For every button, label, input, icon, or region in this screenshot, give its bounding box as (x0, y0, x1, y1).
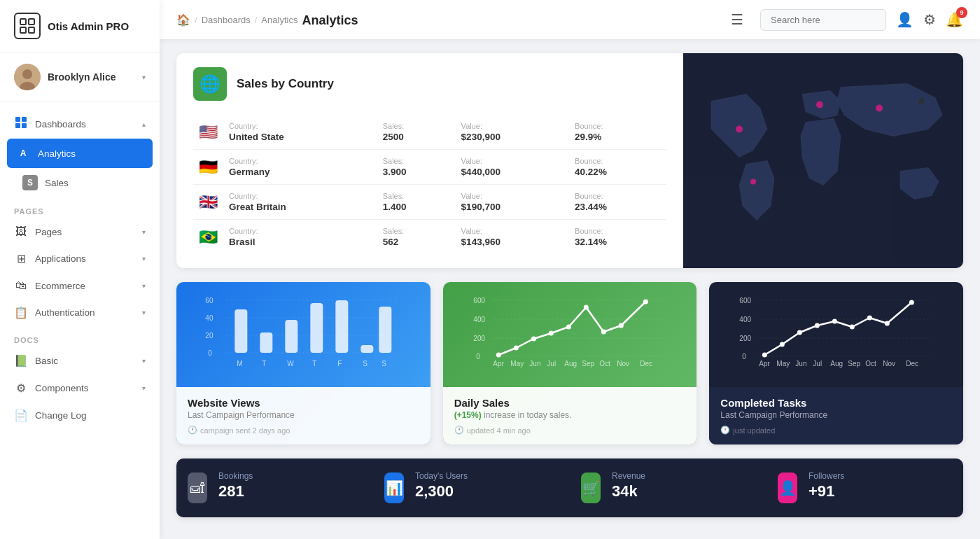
svg-text:Oct: Oct (866, 360, 877, 368)
notification-icon[interactable]: 🔔 9 (946, 11, 963, 28)
ecommerce-label: Ecommerce (35, 281, 85, 291)
user-icon[interactable]: 👤 (896, 11, 913, 28)
components-chevron-icon: ▾ (142, 384, 146, 392)
daily-sales-subtitle: (+15%) increase in today sales. (454, 410, 686, 420)
sidebar-item-ecommerce[interactable]: 🛍 Ecommerce ▾ (0, 272, 160, 299)
svg-text:Dec: Dec (640, 360, 652, 368)
country-cell: Country:United State (223, 115, 377, 150)
svg-point-15 (918, 99, 924, 104)
bounce-cell: Bounce:40.22% (569, 150, 666, 185)
applications-chevron-icon: ▾ (142, 255, 146, 262)
sales-by-country-card: 🌐 Sales by Country 🇺🇸 Country:United Sta… (176, 53, 963, 268)
svg-text:0: 0 (208, 349, 212, 357)
svg-text:200: 200 (740, 335, 752, 342)
daily-sales-meta: 🕐 updated 4 min ago (454, 426, 686, 435)
svg-text:60: 60 (205, 297, 214, 304)
svg-point-49 (531, 337, 536, 342)
basic-icon: 📗 (14, 354, 28, 368)
svg-text:20: 20 (205, 332, 214, 340)
svg-text:T: T (262, 360, 266, 368)
profile-area[interactable]: Brooklyn Alice ▾ (0, 52, 160, 102)
stat-data-cell: Bookings281 (218, 458, 373, 517)
flag-cell: 🇬🇧 (193, 185, 223, 220)
breadcrumb-analytics: Analytics (261, 15, 298, 25)
app-name: Otis Admin PRO (48, 20, 129, 32)
website-views-title: Website Views (188, 397, 419, 409)
map-side (683, 53, 963, 268)
svg-text:Jun: Jun (529, 360, 540, 368)
sidebar-item-applications[interactable]: ⊞ Applications ▾ (0, 245, 160, 272)
website-views-subtitle: Last Campaign Performance (188, 410, 419, 420)
changelog-icon: 📄 (14, 409, 28, 422)
authentication-icon: 📋 (14, 306, 28, 319)
bounce-cell: Bounce:23.44% (569, 185, 666, 220)
pages-label: Pages (35, 227, 62, 237)
sidebar-item-analytics[interactable]: A Analytics (7, 139, 153, 168)
stat-label: Today's Users (415, 471, 563, 481)
breadcrumb-dashboards: Dashboards (202, 15, 251, 25)
svg-point-77 (832, 319, 837, 324)
svg-point-76 (815, 323, 820, 328)
svg-text:Nov: Nov (617, 360, 629, 368)
dashboards-label: Dashboards (35, 119, 86, 130)
logo-icon (14, 13, 41, 39)
dashboards-chevron-icon: ▴ (142, 120, 146, 128)
pages-chevron-icon: ▾ (142, 228, 146, 236)
svg-text:Sep: Sep (582, 360, 594, 368)
svg-point-47 (496, 353, 500, 358)
sidebar-item-authentication[interactable]: 📋 Authentication ▾ (0, 299, 160, 326)
clock-icon-3: 🕐 (720, 426, 730, 435)
sales-cell: Sales:1.400 (377, 185, 456, 220)
stats-row: 🛋Bookings281📊Today's Users2,300🛒Revenue3… (176, 458, 963, 517)
settings-icon[interactable]: ⚙ (923, 11, 936, 28)
search-input[interactable] (760, 9, 886, 31)
svg-text:Apr: Apr (493, 360, 504, 368)
svg-text:May: May (777, 360, 790, 368)
svg-text:0: 0 (476, 353, 480, 360)
svg-rect-3 (29, 27, 34, 33)
svg-text:Aug: Aug (564, 360, 577, 368)
clock-icon-2: 🕐 (454, 426, 464, 435)
applications-label: Applications (35, 253, 86, 264)
svg-rect-25 (234, 309, 247, 353)
ecommerce-chevron-icon: ▾ (142, 282, 146, 290)
notification-badge: 9 (956, 7, 967, 18)
avatar (14, 64, 41, 90)
stat-value: 281 (218, 482, 366, 500)
daily-sales-info: Daily Sales (+15%) increase in today sal… (443, 387, 697, 444)
sidebar-item-pages[interactable]: 🖼 Pages ▾ (0, 218, 160, 245)
sidebar-item-dashboards[interactable]: Dashboards ▴ (0, 109, 160, 139)
website-views-info: Website Views Last Campaign Performance … (176, 387, 430, 444)
sidebar-item-basic[interactable]: 📗 Basic ▾ (0, 347, 160, 374)
value-cell: Value:$440,000 (456, 150, 569, 185)
logo-area: Otis Admin PRO (0, 0, 160, 52)
sidebar-nav: Dashboards ▴ A Analytics S Sales PAGES 🖼… (0, 102, 160, 539)
country-cell: Country:Great Britain (223, 185, 377, 220)
sales-card-header: 🌐 Sales by Country (193, 67, 666, 101)
svg-point-48 (513, 346, 518, 351)
sidebar-item-sales[interactable]: S Sales (0, 168, 160, 197)
completed-tasks-title: Completed Tasks (720, 397, 952, 409)
sidebar: Otis Admin PRO Brooklyn Alice ▾ (0, 0, 160, 539)
bounce-cell: Bounce:29.9% (569, 115, 666, 150)
sidebar-item-changelog[interactable]: 📄 Change Log (0, 402, 160, 429)
sales-badge: S (22, 175, 38, 190)
stat-label: Bookings (218, 471, 366, 481)
svg-point-13 (816, 102, 823, 108)
globe-icon: 🌐 (193, 67, 227, 101)
svg-rect-0 (20, 19, 26, 24)
stat-icon-cell: 📊 (373, 458, 415, 517)
authentication-chevron-icon: ▾ (142, 309, 146, 316)
sidebar-item-components[interactable]: ⚙ Components ▾ (0, 374, 160, 402)
svg-rect-8 (22, 117, 27, 122)
changelog-label: Change Log (35, 410, 87, 421)
svg-point-54 (618, 323, 623, 328)
svg-text:Aug: Aug (831, 360, 844, 368)
svg-text:Jul: Jul (547, 360, 556, 368)
completed-tasks-info: Completed Tasks Last Campaign Performanc… (709, 387, 963, 444)
svg-point-51 (566, 325, 570, 330)
svg-point-81 (909, 300, 914, 305)
hamburger-button[interactable]: ☰ (725, 8, 749, 31)
components-icon: ⚙ (14, 382, 28, 395)
svg-text:May: May (510, 360, 524, 368)
